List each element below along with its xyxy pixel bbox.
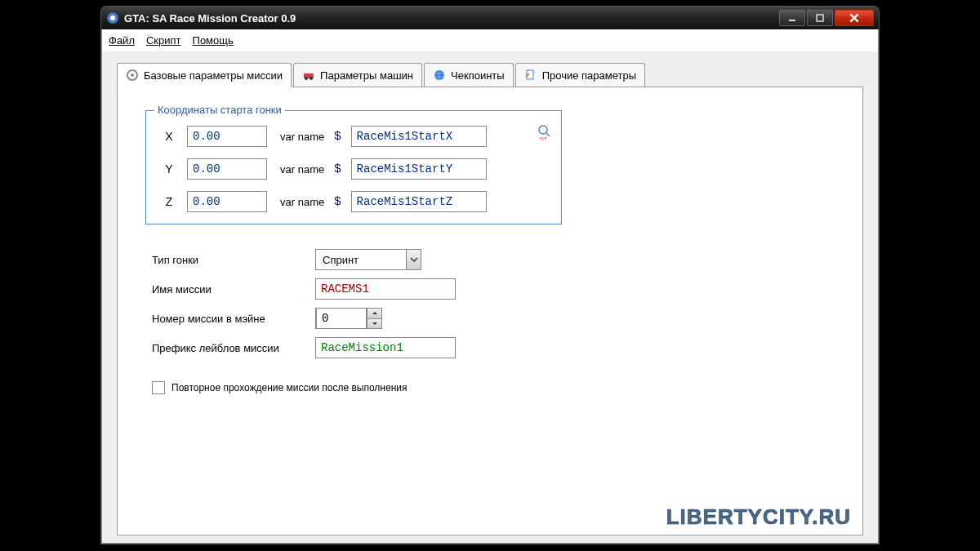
tab-panel-basic: Координаты старта гонки xyz X var name $… — [117, 87, 863, 535]
axis-label-y: Y — [161, 162, 177, 176]
coord-y-input[interactable] — [187, 158, 267, 180]
app-icon — [106, 11, 119, 24]
spinner-down-button[interactable] — [367, 319, 381, 329]
svg-line-13 — [546, 133, 550, 136]
race-type-row: Тип гонки Спринт — [152, 249, 835, 270]
race-type-label: Тип гонки — [152, 254, 315, 266]
varname-z-input[interactable] — [351, 191, 487, 212]
dollar-sign: $ — [334, 130, 341, 143]
maximize-button[interactable] — [807, 10, 833, 26]
window-title: GTA: SA Race Mission Creator 0.9 — [124, 12, 779, 24]
menu-help[interactable]: Помощь — [193, 34, 234, 47]
tab-label: Чекпоинты — [451, 69, 505, 82]
tab-container: Базовые параметры миссии Параметры машин… — [117, 63, 863, 535]
chevron-down-icon — [406, 250, 421, 269]
axis-label-z: Z — [161, 195, 177, 208]
label-prefix-row: Префикс лейблов миссии — [152, 337, 835, 358]
dollar-sign: $ — [334, 162, 341, 176]
race-type-value: Спринт — [316, 254, 406, 266]
tab-checkpoints[interactable]: Чекпоинты — [424, 63, 514, 87]
close-button[interactable] — [835, 10, 874, 26]
gear-icon — [126, 69, 139, 82]
svg-rect-3 — [817, 15, 823, 21]
menu-script[interactable]: Скрипт — [146, 34, 181, 47]
coord-x-input[interactable] — [187, 126, 267, 147]
watermark: LIBERTYCITY.RU — [666, 504, 851, 530]
label-prefix-input[interactable] — [315, 337, 456, 358]
menubar: Файл Скрипт Помощь — [102, 29, 878, 51]
dollar-sign: $ — [334, 195, 341, 208]
tab-strip: Базовые параметры миссии Параметры машин… — [117, 63, 863, 87]
mission-name-input[interactable] — [315, 278, 456, 300]
mission-form: Тип гонки Спринт Имя миссии Но — [152, 249, 835, 358]
spinner-buttons — [367, 309, 381, 328]
var-name-label: var name — [280, 163, 324, 176]
axis-label-x: X — [161, 130, 177, 143]
tab-label: Параметры машин — [320, 69, 413, 82]
repeat-mission-checkbox[interactable] — [152, 381, 165, 394]
mission-number-label: Номер миссии в мэйне — [152, 313, 315, 325]
svg-point-7 — [305, 77, 308, 80]
svg-point-5 — [131, 73, 134, 77]
varname-x-input[interactable] — [351, 126, 487, 147]
var-name-label: var name — [280, 196, 324, 208]
application-window: GTA: SA Race Mission Creator 0.9 Файл Ск… — [101, 7, 879, 544]
tab-label: Базовые параметры миссии — [144, 69, 283, 82]
mission-number-stepper[interactable] — [315, 308, 382, 329]
window-controls — [779, 10, 874, 26]
globe-icon — [433, 69, 446, 82]
race-type-select[interactable]: Спринт — [315, 249, 421, 270]
mission-name-row: Имя миссии — [152, 278, 835, 300]
menu-file[interactable]: Файл — [109, 34, 135, 47]
label-prefix-label: Префикс лейблов миссии — [152, 342, 315, 354]
fieldset-legend: Координаты старта гонки — [154, 104, 285, 116]
spinner-up-button[interactable] — [367, 309, 381, 319]
titlebar[interactable]: GTA: SA Race Mission Creator 0.9 — [101, 7, 879, 29]
svg-rect-2 — [789, 20, 795, 21]
vehicle-icon — [302, 69, 315, 82]
tab-basic-params[interactable]: Базовые параметры миссии — [117, 63, 292, 87]
minimize-button[interactable] — [779, 10, 805, 26]
start-coordinates-fieldset: Координаты старта гонки xyz X var name $… — [145, 110, 562, 224]
repeat-mission-row: Повторное прохождение миссии после выпол… — [152, 381, 835, 394]
svg-point-12 — [539, 126, 547, 134]
tab-vehicle-params[interactable]: Параметры машин — [293, 63, 422, 87]
svg-point-8 — [310, 77, 313, 80]
svg-point-1 — [110, 16, 115, 20]
tab-label: Прочие параметры — [542, 69, 636, 82]
svg-text:xyz: xyz — [540, 136, 547, 140]
mission-number-row: Номер миссии в мэйне — [152, 308, 835, 329]
document-icon — [524, 69, 537, 82]
window-body: Файл Скрипт Помощь Базовые параметры мис… — [101, 29, 879, 544]
coord-row-y: Y var name $ — [161, 158, 546, 180]
tab-other-params[interactable]: Прочие параметры — [515, 63, 645, 87]
mission-number-input[interactable] — [316, 308, 367, 329]
xyz-picker-icon[interactable]: xyz — [535, 124, 551, 140]
coord-row-z: Z var name $ — [161, 191, 546, 212]
coord-z-input[interactable] — [187, 191, 267, 212]
repeat-mission-label: Повторное прохождение миссии после выпол… — [172, 382, 408, 393]
var-name-label: var name — [280, 131, 324, 143]
coord-row-x: X var name $ — [161, 126, 546, 147]
mission-name-label: Имя миссии — [152, 283, 315, 295]
varname-y-input[interactable] — [351, 158, 487, 180]
